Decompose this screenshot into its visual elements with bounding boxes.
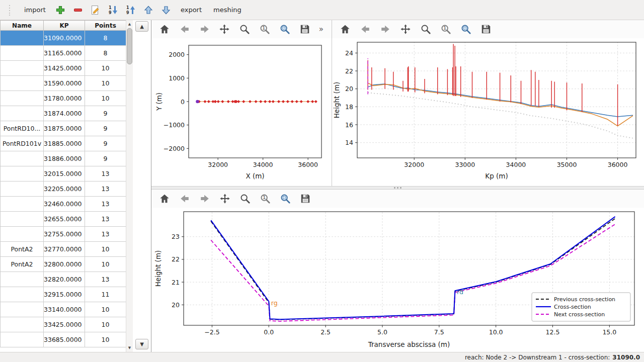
- table-row[interactable]: PontA232800.000010: [1, 257, 126, 272]
- cell-name[interactable]: [1, 212, 44, 227]
- cell-points[interactable]: 13: [85, 227, 126, 242]
- cell-name[interactable]: [1, 91, 44, 106]
- table-row[interactable]: 32915.000011: [1, 287, 126, 302]
- cell-points[interactable]: 13: [85, 182, 126, 197]
- cell-kp[interactable]: 31780.0000: [44, 91, 85, 106]
- cell-name[interactable]: [1, 151, 44, 166]
- cell-points[interactable]: 9: [85, 151, 126, 166]
- cell-name[interactable]: [1, 302, 44, 317]
- cell-points[interactable]: 8: [85, 31, 126, 46]
- cell-points[interactable]: 9: [85, 136, 126, 151]
- cell-name[interactable]: PontA2: [1, 242, 44, 257]
- cell-kp[interactable]: 32655.0000: [44, 212, 85, 227]
- cell-name[interactable]: [1, 166, 44, 182]
- row-down-button[interactable]: ▼: [135, 339, 148, 349]
- cell-points[interactable]: 10: [85, 242, 126, 257]
- cell-kp[interactable]: 31886.0000: [44, 151, 85, 166]
- zoom-icon[interactable]: [238, 23, 251, 35]
- cell-kp[interactable]: 32205.0000: [44, 182, 85, 197]
- forward-icon[interactable]: [199, 23, 211, 35]
- scrollbar-thumb[interactable]: [127, 28, 132, 64]
- cell-points[interactable]: 13: [85, 212, 126, 227]
- table-row[interactable]: PontA232770.000010: [1, 242, 126, 257]
- cell-kp[interactable]: 31874.0000: [44, 106, 85, 121]
- move-down-icon[interactable]: [160, 5, 172, 16]
- row-up-button[interactable]: ▲: [135, 21, 148, 32]
- cell-name[interactable]: [1, 46, 44, 61]
- cell-kp[interactable]: 31425.0000: [44, 61, 85, 76]
- edit-icon[interactable]: [90, 5, 101, 16]
- cell-kp[interactable]: 32460.0000: [44, 197, 85, 212]
- menu-export[interactable]: export: [178, 5, 204, 15]
- table-row[interactable]: 32755.000013: [1, 227, 126, 242]
- save-icon[interactable]: [299, 23, 311, 35]
- table-scrollbar[interactable]: ▲ ▼: [126, 20, 133, 352]
- cell-kp[interactable]: 32800.0000: [44, 257, 85, 272]
- forward-icon[interactable]: [379, 23, 391, 35]
- cell-points[interactable]: 10: [85, 76, 126, 91]
- cell-kp[interactable]: 31885.0000: [44, 136, 85, 151]
- cell-name[interactable]: [1, 76, 44, 91]
- back-icon[interactable]: [359, 23, 371, 35]
- cell-name[interactable]: [1, 31, 44, 46]
- table-row[interactable]: 31425.000010: [1, 61, 126, 76]
- zoom-icon[interactable]: [239, 193, 251, 205]
- toolbar-overflow-button[interactable]: »: [319, 25, 325, 34]
- table-row[interactable]: 31886.00009: [1, 151, 126, 166]
- cell-name[interactable]: PontRD10...: [1, 121, 44, 136]
- cell-points[interactable]: 13: [85, 166, 126, 182]
- menu-meshing[interactable]: meshing: [211, 5, 244, 15]
- back-icon[interactable]: [179, 193, 191, 205]
- scrollbar-down-arrow-icon[interactable]: ▼: [126, 344, 133, 351]
- cell-kp[interactable]: 31090.0000: [44, 31, 85, 46]
- table-row[interactable]: 32655.000013: [1, 212, 126, 227]
- column-header-points[interactable]: Points: [85, 21, 126, 31]
- cell-points[interactable]: 13: [85, 272, 126, 287]
- zoom-rect-icon[interactable]: [460, 23, 472, 35]
- cell-points[interactable]: 11: [85, 287, 126, 302]
- column-header-name[interactable]: Name: [1, 21, 44, 31]
- cross-section-chart[interactable]: −2.50.02.55.07.510.012.515.020212223Tran…: [151, 208, 644, 352]
- add-icon[interactable]: [55, 5, 66, 16]
- cell-name[interactable]: [1, 106, 44, 121]
- move-up-icon[interactable]: [143, 5, 154, 16]
- remove-icon[interactable]: [72, 5, 84, 16]
- table-row[interactable]: 33140.000010: [1, 302, 126, 317]
- zoom-original-icon[interactable]: 1: [440, 23, 452, 35]
- menu-import[interactable]: import: [22, 5, 48, 15]
- zoom-rect-icon[interactable]: [279, 193, 291, 205]
- cell-name[interactable]: [1, 317, 44, 332]
- cell-name[interactable]: [1, 287, 44, 302]
- cell-name[interactable]: PontRD101v: [1, 136, 44, 151]
- pan-icon[interactable]: [399, 23, 412, 35]
- table-row[interactable]: 31874.00009: [1, 106, 126, 121]
- table-row[interactable]: 32820.000013: [1, 272, 126, 287]
- table-row[interactable]: 33425.000010: [1, 317, 126, 332]
- cell-name[interactable]: [1, 227, 44, 242]
- cell-name[interactable]: [1, 272, 44, 287]
- pan-icon[interactable]: [219, 193, 231, 205]
- zoom-original-icon[interactable]: 1: [259, 23, 271, 35]
- cell-name[interactable]: PontA2: [1, 257, 44, 272]
- cell-name[interactable]: [1, 182, 44, 197]
- cell-kp[interactable]: 31165.0000: [44, 46, 85, 61]
- cell-points[interactable]: 13: [85, 197, 126, 212]
- cell-points[interactable]: 10: [85, 302, 126, 317]
- sort-asc-icon[interactable]: 19: [125, 5, 136, 16]
- cell-points[interactable]: 10: [85, 91, 126, 106]
- pan-icon[interactable]: [219, 23, 231, 35]
- cell-points[interactable]: 9: [85, 106, 126, 121]
- zoom-rect-icon[interactable]: [279, 23, 291, 35]
- cell-points[interactable]: 9: [85, 121, 126, 136]
- save-icon[interactable]: [299, 193, 311, 205]
- cell-kp[interactable]: 33140.0000: [44, 302, 85, 317]
- cell-kp[interactable]: 33685.0000: [44, 332, 85, 347]
- cell-name[interactable]: [1, 332, 44, 347]
- table-row[interactable]: 33685.000010: [1, 332, 126, 347]
- cell-points[interactable]: 10: [85, 317, 126, 332]
- splitter-handle[interactable]: [151, 186, 644, 190]
- cell-kp[interactable]: 32755.0000: [44, 227, 85, 242]
- column-header-kp[interactable]: KP: [44, 21, 85, 31]
- cell-name[interactable]: [1, 197, 44, 212]
- sort-desc-icon[interactable]: 19: [108, 5, 119, 16]
